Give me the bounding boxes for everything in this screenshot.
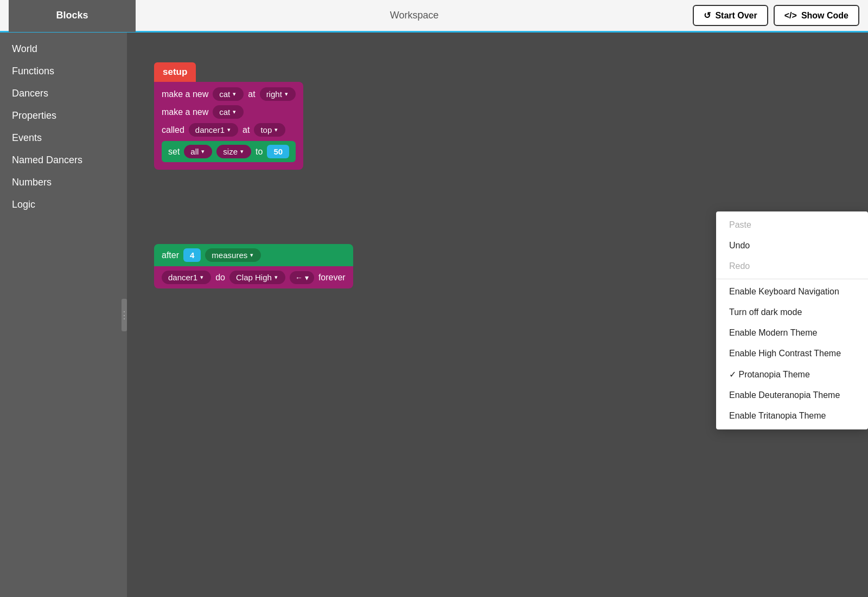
all-label: all xyxy=(190,147,199,156)
topbar-right: ↺ Start Over </> Show Code xyxy=(693,5,859,26)
size-dropdown[interactable]: size ▾ xyxy=(216,145,251,158)
menu-separator-1 xyxy=(716,279,868,279)
menu-item-tritanopia[interactable]: Enable Tritanopia Theme xyxy=(716,406,868,426)
after-text: after xyxy=(162,251,179,260)
menu-item-redo[interactable]: Redo xyxy=(716,256,868,277)
menu-item-dark-mode[interactable]: Turn off dark mode xyxy=(716,302,868,323)
dancer1-label: dancer1 xyxy=(195,125,225,134)
start-over-label: Start Over xyxy=(715,11,757,21)
sidebar-item-events[interactable]: Events xyxy=(0,127,127,149)
to-text: to xyxy=(256,147,263,157)
setup-label: setup xyxy=(154,62,196,82)
menu-item-undo[interactable]: Undo xyxy=(716,235,868,256)
right-arrow: ▾ xyxy=(285,91,288,98)
set-row: set all ▾ size ▾ to 50 xyxy=(162,141,296,162)
sidebar-item-named-dancers[interactable]: Named Dancers xyxy=(0,149,127,171)
code-icon: </> xyxy=(784,11,797,21)
dancer1-body-label: dancer1 xyxy=(168,273,197,282)
sidebar-item-world[interactable]: World xyxy=(0,38,127,60)
make-a-new-text-1: make a new xyxy=(162,89,208,99)
top-label: top xyxy=(260,125,272,134)
cat-dropdown-2[interactable]: cat ▾ xyxy=(213,105,244,119)
cat-label-1: cat xyxy=(219,89,230,99)
size-arrow: ▾ xyxy=(240,148,244,155)
set-text: set xyxy=(168,147,180,157)
menu-item-deuteranopia[interactable]: Enable Deuteranopia Theme xyxy=(716,385,868,406)
arrow-chevron: ▾ xyxy=(305,273,309,282)
dancer1-arrow: ▾ xyxy=(227,126,231,133)
make-new-cat-row1: make a new cat ▾ at right ▾ xyxy=(162,87,296,101)
all-arrow: ▾ xyxy=(201,148,205,155)
after-body: dancer1 ▾ do Clap High ▾ ← ▾ forever xyxy=(154,266,353,288)
workspace[interactable]: setup make a new cat ▾ at right ▾ xyxy=(127,33,868,597)
show-code-button[interactable]: </> Show Code xyxy=(774,5,859,26)
menu-item-paste[interactable]: Paste xyxy=(716,215,868,235)
workspace-label: Workspace xyxy=(136,10,693,21)
arrow-icon: ← xyxy=(295,273,303,282)
forever-text: forever xyxy=(318,273,346,283)
at-text-1: at xyxy=(248,89,255,99)
called-text: called xyxy=(162,125,184,135)
header-center: Workspace xyxy=(136,10,693,21)
sidebar-item-functions[interactable]: Functions xyxy=(0,60,127,82)
at-text-2: at xyxy=(242,125,250,135)
measures-label: measures xyxy=(212,251,247,260)
after-header: after 4 measures ▾ xyxy=(154,244,353,266)
direction-dropdown[interactable]: ← ▾ xyxy=(290,271,314,284)
dancer1-dropdown[interactable]: dancer1 ▾ xyxy=(189,123,238,137)
setup-block-group[interactable]: setup make a new cat ▾ at right ▾ xyxy=(154,62,303,170)
menu-item-high-contrast[interactable]: Enable High Contrast Theme xyxy=(716,343,868,364)
measures-arrow: ▾ xyxy=(250,252,253,259)
setup-block-container: make a new cat ▾ at right ▾ make a new xyxy=(154,82,303,170)
context-menu: Paste Undo Redo Enable Keyboard Navigati… xyxy=(716,211,868,429)
topbar-left: Blocks xyxy=(9,0,136,32)
dancer1-body-arrow: ▾ xyxy=(200,274,203,281)
menu-item-modern-theme[interactable]: Enable Modern Theme xyxy=(716,323,868,343)
cat-dropdown-1[interactable]: cat ▾ xyxy=(213,87,244,101)
called-dancer1-row: called dancer1 ▾ at top ▾ xyxy=(162,123,296,137)
right-dropdown[interactable]: right ▾ xyxy=(260,87,296,101)
cat-arrow-1: ▾ xyxy=(233,91,236,98)
main-area: World Functions Dancers Properties Event… xyxy=(0,33,868,597)
measures-dropdown[interactable]: measures ▾ xyxy=(205,248,261,262)
menu-item-protanopia[interactable]: Protanopia Theme xyxy=(716,364,868,385)
after-block-group[interactable]: after 4 measures ▾ dancer1 ▾ do Clap Hig… xyxy=(154,244,353,288)
make-a-new-text-2: make a new xyxy=(162,107,208,117)
menu-item-keyboard-nav[interactable]: Enable Keyboard Navigation xyxy=(716,281,868,302)
show-code-label: Show Code xyxy=(801,11,848,21)
clap-high-label: Clap High xyxy=(236,273,272,282)
size-value[interactable]: 50 xyxy=(267,145,289,158)
after-number[interactable]: 4 xyxy=(183,248,201,262)
sidebar-item-numbers[interactable]: Numbers xyxy=(0,171,127,194)
dancer1-body-dropdown[interactable]: dancer1 ▾ xyxy=(162,271,211,284)
clap-high-arrow: ▾ xyxy=(275,274,278,281)
size-label: size xyxy=(223,147,238,156)
sidebar-item-dancers[interactable]: Dancers xyxy=(0,82,127,105)
clap-high-dropdown[interactable]: Clap High ▾ xyxy=(229,271,285,284)
all-dropdown[interactable]: all ▾ xyxy=(184,145,212,158)
sidebar-resize-handle[interactable]: ⋮ xyxy=(122,299,127,331)
sidebar-item-properties[interactable]: Properties xyxy=(0,105,127,127)
sidebar-item-logic[interactable]: Logic xyxy=(0,194,127,216)
topbar: Blocks Workspace ↺ Start Over </> Show C… xyxy=(0,0,868,33)
undo-icon: ↺ xyxy=(704,10,711,21)
right-label: right xyxy=(266,89,282,99)
cat-arrow-2: ▾ xyxy=(233,108,236,115)
cat-label-2: cat xyxy=(219,107,230,117)
sidebar: World Functions Dancers Properties Event… xyxy=(0,33,127,597)
do-text: do xyxy=(215,273,225,283)
top-dropdown[interactable]: top ▾ xyxy=(254,123,285,137)
make-new-cat-row2: make a new cat ▾ xyxy=(162,105,296,119)
top-arrow: ▾ xyxy=(275,126,278,133)
blocks-panel-label: Blocks xyxy=(9,0,136,32)
start-over-button[interactable]: ↺ Start Over xyxy=(693,5,768,26)
